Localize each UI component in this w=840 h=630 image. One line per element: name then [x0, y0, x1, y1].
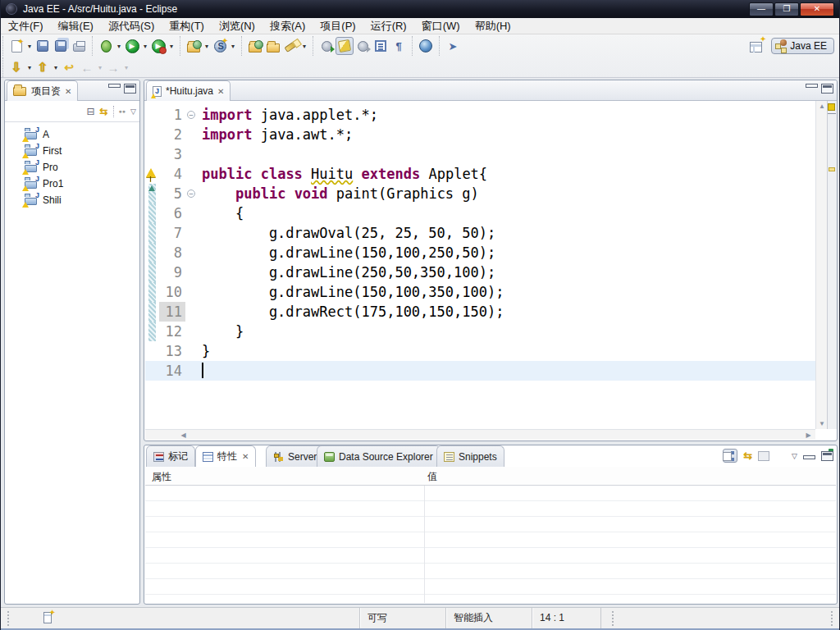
- tab-project-explorer[interactable]: 项目资 ✕: [7, 80, 78, 101]
- open-web-browser-icon[interactable]: [417, 37, 435, 55]
- menu-edit[interactable]: 编辑(E): [51, 18, 101, 34]
- tab-markers[interactable]: 标记: [146, 445, 195, 467]
- view-menu-dots-icon[interactable]: ●●: [119, 108, 126, 114]
- tab-properties[interactable]: 特性 ✕: [195, 445, 256, 467]
- new-web-wizard-icon[interactable]: ✦: [185, 37, 203, 55]
- pin-view-icon[interactable]: [775, 450, 786, 461]
- show-whitespace-icon[interactable]: ¶: [390, 37, 408, 55]
- code-line[interactable]: 5− public void paint(Graphics g): [145, 184, 815, 203]
- back-dropdown[interactable]: ▾: [96, 58, 104, 76]
- show-advanced-icon[interactable]: [758, 451, 769, 461]
- new-wizard-dropdown[interactable]: ▾: [25, 37, 34, 55]
- minimize-panel-button[interactable]: [803, 455, 815, 459]
- close-properties-tab-icon[interactable]: ✕: [242, 452, 249, 461]
- debug-icon[interactable]: [97, 37, 115, 55]
- menu-source[interactable]: 源代码(S): [101, 18, 162, 34]
- import-dropdown[interactable]: ▾: [25, 58, 34, 76]
- back-icon[interactable]: ←: [78, 58, 96, 76]
- menu-search[interactable]: 搜索(A): [262, 18, 313, 34]
- menu-file[interactable]: 文件(F): [1, 18, 51, 34]
- line-number[interactable]: 7: [159, 223, 185, 243]
- view-menu-chevron-icon[interactable]: ▽: [130, 107, 136, 116]
- tab-snippets[interactable]: Snippets: [436, 445, 504, 467]
- export-dropdown[interactable]: ▾: [52, 58, 60, 76]
- table-row[interactable]: [145, 501, 836, 517]
- line-number[interactable]: 2: [159, 125, 185, 144]
- save-icon[interactable]: [34, 37, 52, 55]
- line-number[interactable]: 13: [159, 341, 185, 361]
- code-line[interactable]: 13}: [145, 341, 815, 361]
- scroll-up-icon[interactable]: ▲: [816, 101, 828, 112]
- forward-dropdown[interactable]: ▾: [122, 58, 130, 76]
- horizontal-scrollbar[interactable]: ◀ ▶: [145, 429, 815, 440]
- close-editor-tab-icon[interactable]: ✕: [217, 87, 224, 96]
- tree-item-project[interactable]: J Shili: [5, 192, 139, 208]
- print-icon[interactable]: [70, 37, 88, 55]
- code-area[interactable]: 1−import java.applet.*;2import java.awt.…: [145, 101, 815, 429]
- code-line[interactable]: 3: [145, 144, 815, 164]
- scroll-right-icon[interactable]: ▶: [803, 430, 814, 441]
- run-external-icon[interactable]: ▶: [149, 37, 167, 55]
- link-with-editor-icon[interactable]: ⇆: [100, 106, 108, 117]
- menu-project[interactable]: 项目(P): [313, 18, 363, 34]
- code-line[interactable]: 4public class Huitu extends Applet{: [145, 164, 815, 184]
- close-window-button[interactable]: ✕: [800, 2, 834, 16]
- maximize-editor-button[interactable]: [821, 84, 833, 94]
- forward-icon[interactable]: →: [104, 58, 122, 76]
- table-row[interactable]: [145, 595, 836, 603]
- scroll-left-icon[interactable]: ◀: [178, 430, 189, 441]
- external-tools-icon[interactable]: ➤: [444, 37, 462, 55]
- code-line[interactable]: 6 {: [145, 203, 815, 223]
- open-perspective-icon[interactable]: ✦: [746, 37, 765, 55]
- line-warning-icon[interactable]: [145, 164, 159, 184]
- close-project-explorer-icon[interactable]: ✕: [65, 87, 71, 96]
- vertical-scrollbar[interactable]: ▲ ▼: [815, 101, 827, 429]
- search-dropdown[interactable]: ▾: [300, 37, 308, 55]
- new-service-wizard-dropdown[interactable]: ▾: [229, 37, 237, 55]
- new-wizard-icon[interactable]: ✦: [7, 37, 25, 55]
- tree-item-project[interactable]: J Pro: [5, 159, 139, 176]
- minimize-window-button[interactable]: —: [749, 2, 774, 16]
- code-line[interactable]: 12 }: [145, 322, 815, 341]
- collapse-all-icon[interactable]: ⊟: [86, 106, 94, 117]
- line-number[interactable]: 4: [159, 164, 185, 184]
- code-line[interactable]: 1−import java.applet.*;: [145, 105, 815, 125]
- overview-warning-icon[interactable]: [828, 103, 835, 111]
- line-number[interactable]: 11: [159, 302, 185, 322]
- new-service-wizard-icon[interactable]: ✦: [211, 37, 229, 55]
- table-row[interactable]: [145, 486, 836, 501]
- run-icon[interactable]: ▶: [123, 37, 141, 55]
- menu-help[interactable]: 帮助(H): [468, 18, 518, 34]
- table-row[interactable]: [145, 532, 836, 548]
- search-torch-icon[interactable]: [282, 37, 300, 55]
- code-line[interactable]: 8 g.drawLine(150,100,250,50);: [145, 243, 815, 262]
- menu-run[interactable]: 运行(R): [363, 18, 414, 34]
- show-source-icon[interactable]: [372, 37, 390, 55]
- overview-warning-marker[interactable]: [829, 167, 835, 171]
- tab-huitu-java[interactable]: *Huitu.java ✕: [146, 80, 231, 101]
- minimize-editor-button[interactable]: [806, 84, 818, 88]
- code-line[interactable]: 9 g.drawLine(250,50,350,100);: [145, 262, 815, 282]
- menu-window[interactable]: 窗口(W): [414, 18, 468, 34]
- line-number[interactable]: 8: [159, 243, 185, 262]
- code-line[interactable]: 2import java.awt.*;: [145, 125, 815, 144]
- restore-window-button[interactable]: ❐: [774, 2, 799, 16]
- code-line[interactable]: 10 g.drawLine(150,100,350,100);: [145, 282, 815, 302]
- previous-annotation-icon[interactable]: [354, 37, 372, 55]
- debug-dropdown[interactable]: ▾: [115, 37, 123, 55]
- table-row[interactable]: [145, 564, 836, 579]
- collapse-fold-icon[interactable]: −: [187, 111, 195, 119]
- menu-refactor[interactable]: 重构(T): [162, 18, 212, 34]
- code-line[interactable]: 11 g.drawRect(175,100,150,150);: [145, 302, 815, 322]
- line-number[interactable]: 14: [159, 361, 185, 381]
- tree-item-project[interactable]: J First: [5, 143, 139, 159]
- code-line[interactable]: 7 g.drawOval(25, 25, 50, 50);: [145, 223, 815, 243]
- collapse-fold-icon[interactable]: −: [187, 189, 195, 198]
- scroll-down-icon[interactable]: ▼: [816, 418, 828, 429]
- next-annotation-icon[interactable]: [317, 37, 336, 55]
- column-header-property[interactable]: 属性: [152, 470, 171, 484]
- table-row[interactable]: [145, 548, 836, 564]
- table-row[interactable]: [145, 579, 836, 595]
- line-number[interactable]: 3: [159, 144, 185, 164]
- run-dropdown[interactable]: ▾: [141, 37, 149, 55]
